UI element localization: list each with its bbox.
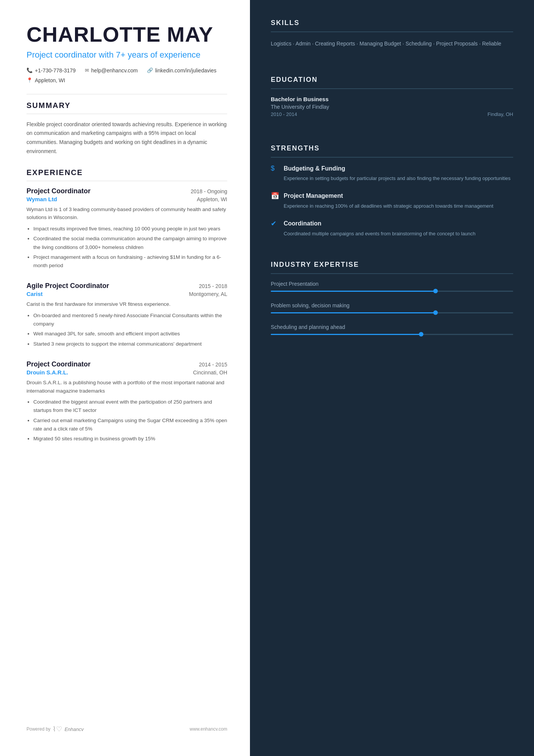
heart-icon: ⌇♡ (53, 725, 62, 733)
expertise-1-label: Project Presentation (271, 281, 513, 287)
edu-years: 2010 - 2014 (271, 111, 297, 117)
strengths-title: STRENGTHS (271, 144, 513, 152)
expertise-1-track (271, 291, 513, 292)
strength-3-title: Coordination (284, 220, 322, 227)
linkedin-text: linkedin.com/in/juliedavies (155, 67, 217, 74)
job-2-header: Agile Project Coordinator 2015 - 2018 (27, 282, 227, 290)
expertise-1-fill (271, 291, 436, 292)
job-3-sub: Drouin S.A.R.L. Cincinnati, OH (27, 369, 227, 376)
strength-1: $ Budgeting & Funding Experience in sett… (271, 164, 513, 183)
strength-3-header: ✔ Coordination (271, 219, 513, 228)
strength-2: 📅 Project Management Experience in reach… (271, 192, 513, 210)
strength-3: ✔ Coordination Coordinated multiple camp… (271, 219, 513, 238)
job-1-header: Project Coordinator 2018 - Ongoing (27, 187, 227, 195)
job-3-title: Project Coordinator (27, 360, 91, 368)
job-3-date: 2014 - 2015 (199, 362, 227, 368)
summary-divider (27, 94, 227, 94)
phone-text: +1-730-778-3179 (35, 67, 76, 74)
footer: Powered by ⌇♡ Enhancv www.enhancv.com (27, 714, 227, 733)
left-column: CHARLOTTE MAY Project coordinator with 7… (0, 0, 250, 756)
strength-1-desc: Experience in setting budgets for partic… (271, 175, 513, 183)
job-1-company: Wyman Ltd (27, 196, 57, 202)
check-icon: ✔ (271, 219, 280, 228)
summary-title: SUMMARY (27, 101, 227, 110)
skills-section: SKILLS Logistics · Admin · Creating Repo… (271, 19, 513, 62)
expertise-divider (271, 273, 513, 274)
website-text: www.enhancv.com (190, 726, 227, 732)
edu-dates: 2010 - 2014 Findlay, OH (271, 111, 513, 117)
location-text: Appleton, WI (35, 77, 65, 83)
job-2-sub: Carist Montgomery, AL (27, 291, 227, 297)
expertise-3-track (271, 334, 513, 335)
contact-info: 📞 +1-730-778-3179 ✉ help@enhancv.com 🔗 l… (27, 67, 227, 74)
linkedin-item: 🔗 linkedin.com/in/juliedavies (147, 67, 217, 74)
summary-divider2 (27, 114, 227, 114)
strength-1-title: Budgeting & Funding (284, 165, 345, 172)
summary-text: Flexible project coordinator oriented to… (27, 120, 227, 156)
strength-3-desc: Coordinated multiple campaigns and event… (271, 230, 513, 238)
strength-2-header: 📅 Project Management (271, 192, 513, 200)
expertise-3: Scheduling and planning ahead (271, 324, 513, 335)
bullet: Started 3 new projects to support the in… (33, 340, 227, 348)
job-1-desc: Wyman Ltd is 1 of 3 leading community-ba… (27, 205, 227, 222)
job-1-title: Project Coordinator (27, 187, 91, 195)
job-2-bullets: On-boarded and mentored 5 newly-hired As… (27, 311, 227, 348)
edu-school: The University of Findlay (271, 104, 513, 110)
job-3-bullets: Coordinated the biggest annual event wit… (27, 398, 227, 443)
calendar-icon: 📅 (271, 192, 280, 200)
candidate-title: Project coordinator with 7+ years of exp… (27, 50, 227, 60)
job-2-location: Montgomery, AL (189, 291, 227, 297)
job-1-location: Appleton, WI (197, 196, 227, 202)
skills-text: Logistics · Admin · Creating Reports · M… (271, 39, 513, 49)
strength-2-title: Project Management (284, 193, 343, 199)
job-3-location: Cincinnati, OH (193, 369, 227, 376)
bullet: Impact results improved five times, reac… (33, 225, 227, 233)
email-icon: ✉ (85, 67, 89, 73)
expertise-2-dot (433, 310, 438, 315)
job-1-sub: Wyman Ltd Appleton, WI (27, 196, 227, 202)
expertise-3-dot (419, 332, 423, 337)
experience-divider (27, 181, 227, 181)
education-section: EDUCATION Bachelor in Business The Unive… (271, 76, 513, 131)
job-2-desc: Carist is the first hardware for immersi… (27, 300, 227, 308)
location-item: 📍 Appleton, WI (27, 77, 227, 83)
expertise-2: Problem solving, decision making (271, 302, 513, 313)
bullet: Project management with a focus on fundr… (33, 253, 227, 270)
edu-city: Findlay, OH (487, 111, 513, 117)
strengths-divider (271, 157, 513, 158)
job-2-date: 2015 - 2018 (199, 283, 227, 289)
experience-section: EXPERIENCE Project Coordinator 2018 - On… (27, 168, 227, 455)
skills-divider (271, 31, 513, 32)
bullet: On-boarded and mentored 5 newly-hired As… (33, 311, 227, 329)
location-icon: 📍 (27, 77, 33, 83)
expertise-3-label: Scheduling and planning ahead (271, 324, 513, 330)
candidate-name: CHARLOTTE MAY (27, 23, 227, 46)
bullet: Coordinated the social media communicati… (33, 235, 227, 252)
bullet: Coordinated the biggest annual event wit… (33, 398, 227, 415)
education-divider (271, 88, 513, 89)
right-column: SKILLS Logistics · Admin · Creating Repo… (250, 0, 534, 756)
header: CHARLOTTE MAY Project coordinator with 7… (27, 23, 227, 83)
strength-2-desc: Experience in reaching 100% of all deadl… (271, 202, 513, 210)
phone-item: 📞 +1-730-778-3179 (27, 67, 76, 74)
job-3: Project Coordinator 2014 - 2015 Drouin S… (27, 360, 227, 443)
expertise-2-fill (271, 312, 436, 313)
job-3-desc: Drouin S.A.R.L. is a publishing house wi… (27, 379, 227, 395)
skills-title: SKILLS (271, 19, 513, 27)
link-icon: 🔗 (147, 67, 153, 73)
expertise-section: INDUSTRY EXPERTISE Project Presentation … (271, 261, 513, 346)
bullet: Well managed 3PL for safe, smooth and ef… (33, 330, 227, 338)
powered-by-text: Powered by (27, 726, 50, 732)
bullet: Carried out email marketing Campaigns us… (33, 416, 227, 434)
job-1: Project Coordinator 2018 - Ongoing Wyman… (27, 187, 227, 270)
expertise-3-fill (271, 334, 421, 335)
email-item: ✉ help@enhancv.com (85, 67, 138, 74)
job-1-date: 2018 - Ongoing (190, 188, 227, 194)
summary-section: SUMMARY Flexible project coordinator ori… (27, 101, 227, 156)
email-text: help@enhancv.com (91, 67, 138, 74)
strength-1-header: $ Budgeting & Funding (271, 164, 513, 172)
job-2: Agile Project Coordinator 2015 - 2018 Ca… (27, 282, 227, 348)
education-title: EDUCATION (271, 76, 513, 84)
expertise-2-track (271, 312, 513, 313)
expertise-1-dot (433, 289, 438, 293)
